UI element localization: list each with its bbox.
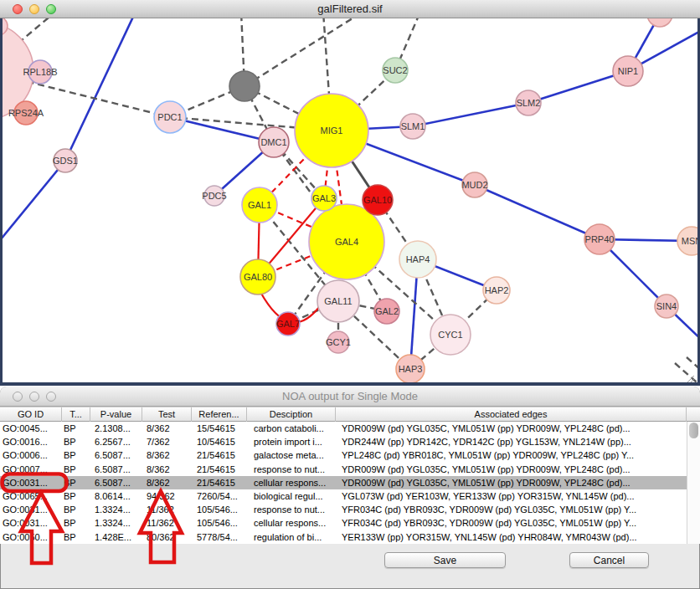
cell-associated-edges: YPL248C (pd) YBR018C, YML051W (pp) YDR00… bbox=[336, 448, 687, 462]
cell-description: biological regul... bbox=[247, 489, 336, 503]
graph-node-label: GAL80 bbox=[244, 272, 272, 282]
table-row[interactable]: GO:0065...BP8.0614...94/3627260/54...bio… bbox=[0, 489, 687, 503]
table-header: GO IDT...P-valueTestReferen...Desciption… bbox=[0, 407, 700, 422]
graph-edge[interactable] bbox=[413, 103, 528, 126]
cell-description: response to nut... bbox=[247, 503, 336, 516]
graph-node-label: NIP1 bbox=[618, 66, 638, 76]
column-header-type[interactable]: T... bbox=[62, 407, 90, 422]
window-title: NOA output for Single Mode bbox=[0, 387, 700, 407]
graph-node-label: HAP2 bbox=[485, 285, 509, 295]
column-header-go-id[interactable]: GO ID bbox=[0, 407, 62, 422]
cell-test: 8/362 bbox=[142, 448, 192, 462]
graph-node-label: RPL18B bbox=[23, 67, 58, 77]
column-header-description[interactable]: Desciption bbox=[247, 407, 336, 422]
table-row[interactable]: GO:0031...BP6.5087...8/36221/54615cellul… bbox=[0, 476, 687, 489]
cell-type: BP bbox=[62, 448, 90, 462]
column-header-test[interactable]: Test bbox=[142, 407, 192, 422]
cell-associated-edges: YER133W (pp) YOR315W, YNL145W (pd) YHR08… bbox=[336, 530, 687, 544]
cell-reference: 105/546... bbox=[192, 516, 247, 530]
cell-test: 80/362 bbox=[142, 530, 192, 544]
cell-test: 8/362 bbox=[142, 476, 192, 489]
network-canvas[interactable]: MIG1GAL4RPL18BRPS24AGDS1PDC1DMC1SUC2SLM1… bbox=[0, 18, 700, 386]
noa-window: NOA output for Single Mode GO IDT...P-va… bbox=[0, 387, 700, 589]
graph-node-label: DMC1 bbox=[260, 137, 286, 147]
cell-go-id: GO:0031... bbox=[0, 476, 62, 489]
cell-description: response to nut... bbox=[247, 463, 336, 476]
graph-edge[interactable] bbox=[244, 18, 355, 86]
cell-reference: 21/54615 bbox=[192, 448, 247, 462]
cell-associated-edges: YDR244W (pp) YDR142C, YDR142C (pp) YGL15… bbox=[336, 435, 687, 448]
cell-description: cellular respons... bbox=[247, 516, 336, 530]
table-row[interactable]: GO:0006...BP6.5087...8/36221/54615galact… bbox=[0, 448, 687, 462]
cell-reference: 105/546... bbox=[192, 503, 247, 516]
cell-type: BP bbox=[62, 463, 90, 476]
cell-type: BP bbox=[62, 476, 90, 489]
graph-node-label: GAL7 bbox=[276, 319, 300, 329]
table-row[interactable]: GO:0045...BP2.1308...8/36215/54615carbon… bbox=[0, 422, 687, 435]
graph-edge[interactable] bbox=[475, 185, 600, 239]
resize-grip[interactable] bbox=[684, 374, 694, 384]
graph-node-label: CYC1 bbox=[438, 330, 462, 340]
table-row[interactable]: GO:0031...BP1.3324...11/362105/546...res… bbox=[0, 503, 687, 516]
cell-test: 7/362 bbox=[142, 435, 192, 448]
cell-p-value: 2.1308... bbox=[90, 422, 142, 435]
save-button[interactable]: Save bbox=[384, 552, 506, 568]
network-titlebar: galFiltered.sif bbox=[0, 0, 700, 18]
graph-node-label: GAL4 bbox=[335, 237, 358, 247]
column-header-reference[interactable]: Referen... bbox=[192, 407, 247, 422]
cell-type: BP bbox=[62, 503, 90, 516]
network-graph[interactable]: MIG1GAL4RPL18BRPS24AGDS1PDC1DMC1SUC2SLM1… bbox=[3, 18, 697, 382]
graph-node-label: SLM1 bbox=[401, 121, 425, 131]
column-header-p-value[interactable]: P-value bbox=[90, 407, 142, 422]
graph-node-label: PDC1 bbox=[157, 112, 182, 122]
cell-associated-edges: YFR034C (pd) YBR093C, YDR009W (pd) YGL03… bbox=[336, 503, 687, 516]
cell-reference: 15/54615 bbox=[192, 422, 247, 435]
graph-node-label: GAL1 bbox=[248, 200, 271, 210]
cell-go-id: GO:0065... bbox=[0, 489, 62, 503]
cancel-button[interactable]: Cancel bbox=[569, 552, 649, 568]
cell-reference: 10/54615 bbox=[192, 435, 247, 448]
cell-p-value: 8.0614... bbox=[90, 489, 142, 503]
graph-node-label: RPS24A bbox=[8, 108, 44, 118]
vertical-scrollbar[interactable] bbox=[687, 422, 700, 544]
cell-associated-edges: YDR009W (pd) YGL035C, YML051W (pp) YDR00… bbox=[336, 476, 687, 489]
column-header-associated-edges[interactable]: Associated edges bbox=[336, 407, 687, 422]
cell-reference: 21/54615 bbox=[192, 463, 247, 476]
cell-associated-edges: YDR009W (pd) YGL035C, YML051W (pp) YDR00… bbox=[336, 463, 687, 476]
table-row[interactable]: GO:0050...BP1.428E...80/3625778/54...reg… bbox=[0, 530, 687, 544]
graph-node-label: PDC5 bbox=[202, 191, 226, 201]
graph-node-label: HAP3 bbox=[399, 364, 423, 374]
graph-node-gray-node[interactable] bbox=[229, 71, 260, 101]
cell-description: carbon cataboli... bbox=[247, 422, 336, 435]
cell-p-value: 1.428E... bbox=[90, 530, 142, 544]
cell-type: BP bbox=[62, 489, 90, 503]
graph-node-label: GAL10 bbox=[363, 195, 392, 205]
cell-go-id: GO:0006... bbox=[0, 448, 62, 462]
graph-node-label: MUD2 bbox=[461, 180, 487, 190]
scrollbar-thumb[interactable] bbox=[689, 423, 698, 438]
cell-test: 94/362 bbox=[142, 489, 192, 503]
cell-go-id: GO:0031... bbox=[0, 503, 62, 516]
cell-p-value: 6.5087... bbox=[90, 448, 142, 462]
cell-go-id: GO:0016... bbox=[0, 435, 62, 448]
graph-edge[interactable] bbox=[3, 161, 65, 244]
table-row[interactable]: GO:0031...BP1.3324...11/362105/546...cel… bbox=[0, 516, 687, 530]
cell-p-value: 1.3324... bbox=[90, 516, 142, 530]
graph-node-label: MIG1 bbox=[321, 125, 343, 136]
cell-go-id: GO:0031... bbox=[0, 516, 62, 530]
cell-type: BP bbox=[62, 516, 90, 530]
table-row[interactable]: GO:0007...BP6.5087...8/36221/54615respon… bbox=[0, 463, 687, 476]
graph-node-topright-pink[interactable] bbox=[647, 18, 672, 27]
cell-reference: 7260/54... bbox=[192, 489, 247, 503]
table-row[interactable]: GO:0016...BP6.2567...7/36210/54615protei… bbox=[0, 435, 687, 448]
cell-reference: 21/54615 bbox=[192, 476, 247, 489]
cell-associated-edges: YFR034C (pd) YBR093C, YDR009W (pd) YGL03… bbox=[336, 516, 687, 530]
cell-go-id: GO:0007... bbox=[0, 463, 62, 476]
window-title: galFiltered.sif bbox=[0, 0, 700, 18]
graph-edge[interactable] bbox=[65, 18, 134, 161]
cell-test: 11/362 bbox=[142, 503, 192, 516]
cell-p-value: 1.3324... bbox=[90, 503, 142, 516]
cell-associated-edges: YDR009W (pd) YGL035C, YML051W (pp) YDR00… bbox=[336, 422, 687, 435]
cell-reference: 5778/54... bbox=[192, 530, 247, 544]
table-body[interactable]: GO:0045...BP2.1308...8/36215/54615carbon… bbox=[0, 422, 687, 544]
